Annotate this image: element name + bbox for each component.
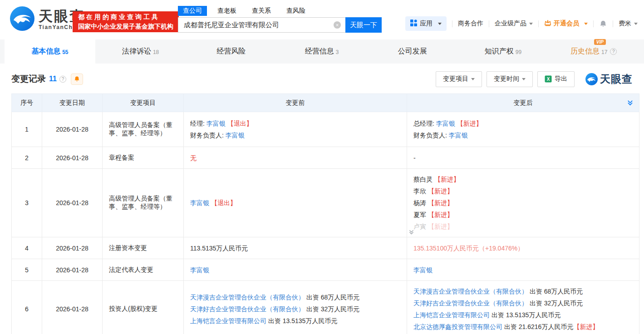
cell-line: 无 [190, 152, 400, 164]
cell-item: 注册资本变更 [103, 237, 184, 259]
help-icon[interactable]: ? [59, 76, 66, 83]
change-records-section: 变更记录 11 ? 变更项目 变更时间 X [0, 71, 644, 334]
cell-text: 【新进】 [426, 211, 453, 218]
tab-business-info[interactable]: 经营信息3 [276, 39, 367, 64]
entity-link[interactable]: 上海铠言企业管理有限公司 [413, 311, 490, 319]
cell-date: 2026-01-28 [42, 281, 103, 334]
cell-text: 总经理: [413, 120, 436, 127]
entity-link[interactable]: 上海铠言企业管理有限公司 [190, 317, 266, 324]
collapse-chevron-icon[interactable] [627, 99, 634, 108]
chevron-down-icon [634, 23, 638, 25]
entity-link[interactable]: 李富银 [413, 266, 433, 274]
expand-chevron-icon[interactable] [408, 229, 414, 236]
entity-link[interactable]: 天津漫吉企业管理合伙企业（有限合伙） [413, 288, 528, 295]
entity-link[interactable]: 天津漫吉企业管理合伙企业（有限合伙） [190, 294, 305, 301]
crown-icon [544, 20, 551, 28]
tab-basic-info[interactable]: 基本信息55 [5, 39, 95, 64]
cell-text: 【退出】 [226, 120, 253, 127]
cell-no: 4 [12, 237, 42, 259]
entity-link[interactable]: 李富银 [190, 266, 209, 274]
enterprise-products-menu[interactable]: 企业级产品 [495, 20, 533, 28]
cell-line: 蔡白灵 【新进】 [413, 173, 633, 185]
tab-label: 经营信息 [305, 47, 334, 56]
vip-badge: VIP [594, 39, 606, 45]
section-title: 变更记录 [11, 73, 46, 85]
entity-link[interactable]: 李富银 [190, 199, 209, 206]
cell-line: 天津漫吉企业管理合伙企业（有限合伙） 出资 68万人民币元 [190, 291, 400, 303]
table-row: 32026-01-28高级管理人员备案（董事、监事、经理等）李富银 【退出】蔡白… [12, 169, 639, 237]
search-tab-risk[interactable]: 查风险 [281, 6, 310, 16]
cell-item: 高级管理人员备案（董事、监事、经理等） [103, 112, 184, 147]
cell-date: 2026-01-28 [42, 259, 103, 281]
chevron-down-icon [438, 23, 442, 25]
cell-line: 李富银 【退出】 [190, 197, 400, 209]
search-tabs: 查公司查老板查关系查风险 [178, 5, 382, 16]
cell-text: 135.135100万人民币元（+19.0476%） [413, 245, 524, 252]
search-input[interactable] [178, 18, 345, 32]
apps-menu[interactable]: 应用 [405, 16, 447, 31]
cell-text: 无 [190, 154, 197, 162]
promo-banner: 都在用的商业查询工具 国家中小企业发展子基金旗下机构 [73, 11, 179, 32]
tab-company-development[interactable]: 公司发展 [367, 39, 458, 64]
cell-date: 2026-01-28 [42, 169, 103, 237]
cell-text: 财务负责人: [413, 132, 449, 139]
section-count-badge: 11 [49, 75, 57, 83]
table-row: 12026-01-28高级管理人员备案（董事、监事、经理等）经理: 李富银 【退… [12, 112, 639, 147]
cell-after: - [407, 147, 639, 169]
cell-text: 蔡白灵 [413, 176, 433, 183]
cell-no: 2 [12, 147, 42, 169]
search-tab-relation[interactable]: 查关系 [247, 6, 276, 16]
tab-lawsuits[interactable]: 法律诉讼18 [95, 39, 186, 64]
entity-link[interactable]: 天津好吉企业管理合伙企业（有限合伙） [190, 305, 305, 313]
cell-text: 财务负责人: [190, 132, 226, 139]
nav-divider [452, 20, 452, 27]
open-vip-label: 开通会员 [554, 20, 579, 28]
clear-search-icon[interactable]: × [334, 21, 341, 29]
entity-link[interactable]: 天津好吉企业管理合伙企业（有限合伙） [413, 300, 528, 307]
filter-change-time-button[interactable]: 变更时间 [487, 71, 533, 87]
section-header: 变更记录 11 ? 变更项目 变更时间 X [11, 71, 633, 87]
entity-link[interactable]: 北京达德厚鑫投资管理有限公司 [413, 323, 502, 330]
cell-date: 2026-01-28 [42, 112, 103, 147]
cell-item: 章程备案 [103, 147, 184, 169]
tab-label: 法律诉讼 [122, 47, 151, 56]
open-vip-menu[interactable]: 开通会员 [544, 20, 588, 28]
cell-no: 6 [12, 281, 42, 334]
excel-icon: X [545, 75, 552, 83]
tab-operational-risk[interactable]: 经营风险 [186, 39, 276, 64]
cell-line: 夏军 【新进】 [413, 209, 633, 221]
chevron-down-icon [522, 78, 526, 80]
tab-label: 知识产权 [485, 47, 514, 56]
help-icon[interactable]: ? [610, 48, 617, 55]
apps-menu-label: 应用 [420, 20, 433, 28]
cell-line: 卢寅 【新进】 [413, 221, 633, 232]
user-name-label: 费米 [619, 20, 631, 28]
subscribe-bell-button[interactable] [71, 74, 83, 85]
notifications-bell-button[interactable] [599, 20, 607, 28]
cell-before: 经理: 李富银 【退出】财务负责人: 李富银 [184, 112, 407, 147]
entity-link[interactable]: 李富银 [226, 132, 245, 139]
search-tab-company[interactable]: 查公司 [178, 6, 207, 16]
cell-text: 【新进】 [426, 199, 453, 206]
filter-change-item-button[interactable]: 变更项目 [436, 71, 482, 87]
user-account-menu[interactable]: 费米 [619, 20, 638, 28]
cell-item: 高级管理人员备案（董事、监事、经理等） [103, 169, 184, 237]
tab-intellectual-property[interactable]: 知识产权99 [458, 39, 549, 64]
search-button[interactable]: 天眼一下 [345, 17, 382, 33]
entity-link[interactable]: 李富银 [449, 132, 468, 139]
cell-no: 1 [12, 112, 42, 147]
watermark-title: 天眼查 [600, 72, 633, 86]
entity-link[interactable]: 李富银 [206, 120, 226, 127]
cell-line: 135.135100万人民币元（+19.0476%） [413, 242, 633, 254]
search-tab-boss[interactable]: 查老板 [212, 6, 241, 16]
export-button[interactable]: X 导出 [537, 71, 575, 87]
business-cooperation-link[interactable]: 商务合作 [458, 20, 483, 28]
tab-count: 55 [62, 49, 68, 55]
entity-link[interactable]: 李富银 [436, 120, 455, 127]
chevron-down-icon [471, 78, 475, 80]
cell-line: 经理: 李富银 【退出】 [190, 118, 400, 129]
nav-divider [593, 20, 594, 27]
tab-count: 18 [153, 49, 159, 55]
change-records-table: 序号 变更日期 变更项目 变更前 变更后 12026-01-28高级管理人员备案… [11, 93, 639, 334]
tab-history-info[interactable]: 历史信息VIP17? [548, 39, 639, 64]
